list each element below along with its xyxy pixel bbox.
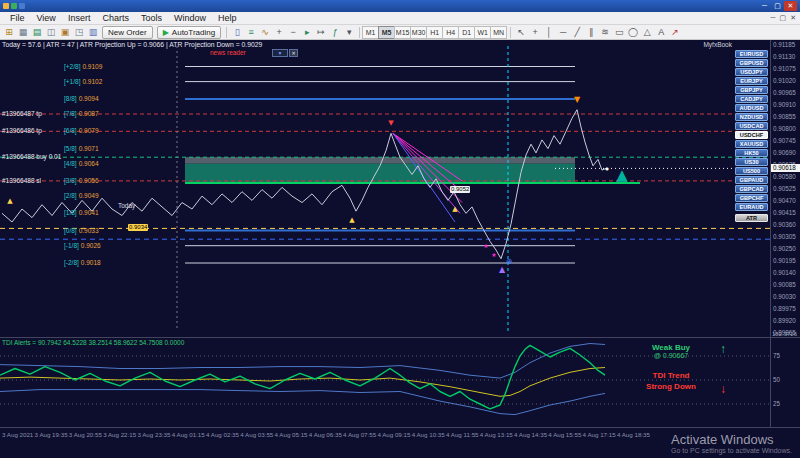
symbol-button-cadjpy[interactable]: CADJPY bbox=[735, 95, 768, 103]
tdi-indicator-panel: TDI Alerts = 90.7942 64.5228 38.2514 58.… bbox=[0, 337, 800, 427]
trendline-icon[interactable]: ╱ bbox=[570, 26, 584, 39]
bar-chart-icon[interactable]: ≡ bbox=[244, 26, 258, 39]
chart-plot[interactable]: ▲▲▲▼▼▲⊕★★●▲ Today = 57.6 | ATR = 47 | AT… bbox=[0, 40, 770, 337]
tdi-rsi-line bbox=[0, 345, 605, 408]
symbol-button-gbpcad[interactable]: GBPCAD bbox=[735, 185, 768, 193]
symbol-button-us30[interactable]: US30 bbox=[735, 158, 768, 166]
menu-window[interactable]: Window bbox=[168, 13, 212, 23]
timeframe-m15[interactable]: M15 bbox=[394, 26, 411, 39]
menu-tools[interactable]: Tools bbox=[135, 13, 168, 23]
level-tag: [6/8] bbox=[64, 127, 77, 134]
symbol-button-usdcad[interactable]: USDCAD bbox=[735, 122, 768, 130]
time-axis-label: 4 Aug 07:55 bbox=[343, 431, 376, 438]
timeframe-h1[interactable]: H1 bbox=[426, 26, 443, 39]
indicators-icon[interactable]: ƒ bbox=[328, 26, 342, 39]
price-axis-label: 0.89975 bbox=[773, 305, 800, 312]
price-axis-label: 0.90085 bbox=[773, 281, 800, 288]
rectangle-icon[interactable]: ▭ bbox=[612, 26, 626, 39]
news-close-icon[interactable]: ✕ bbox=[289, 49, 298, 57]
cursor-icon[interactable]: ↖ bbox=[514, 26, 528, 39]
tdi-base-line bbox=[0, 368, 605, 397]
data-window-icon[interactable]: ◫ bbox=[44, 26, 58, 39]
timeframe-mn[interactable]: MN bbox=[490, 26, 507, 39]
timeframe-h4[interactable]: H4 bbox=[442, 26, 459, 39]
menu-file[interactable]: File bbox=[4, 13, 31, 23]
chart-minimize-button[interactable]: ─ bbox=[771, 14, 776, 22]
price-tag: 0.9052 bbox=[450, 186, 470, 193]
window-minimize-button[interactable]: ─ bbox=[758, 1, 771, 11]
level-price: 0.9079 bbox=[79, 127, 99, 134]
symbol-button-audusd[interactable]: AUDUSD bbox=[735, 104, 768, 112]
market-watch-icon[interactable]: ▤ bbox=[30, 26, 44, 39]
tdi-plot[interactable]: TDI Alerts = 90.7942 64.5228 38.2514 58.… bbox=[0, 338, 770, 427]
timeframe-m30[interactable]: M30 bbox=[410, 26, 427, 39]
fibonacci-icon[interactable]: ≋ bbox=[598, 26, 612, 39]
time-axis[interactable]: 3 Aug 20213 Aug 19:353 Aug 20:553 Aug 22… bbox=[0, 427, 800, 458]
templates-icon[interactable]: ▾ bbox=[342, 26, 356, 39]
profiles-icon[interactable]: ▦ bbox=[16, 26, 30, 39]
arrow-tool-icon[interactable]: ↗ bbox=[668, 26, 682, 39]
time-axis-label: 4 Aug 06:35 bbox=[309, 431, 342, 438]
horizontal-line-icon[interactable]: ─ bbox=[556, 26, 570, 39]
reversal-arrow: ▲ bbox=[499, 265, 506, 274]
symbol-button-eurjpy[interactable]: EURJPY bbox=[735, 77, 768, 85]
symbol-button-usdjpy[interactable]: USDJPY bbox=[735, 68, 768, 76]
autotrading-play-icon: ▶ bbox=[163, 28, 169, 37]
new-order-button[interactable]: New Order bbox=[102, 26, 153, 39]
line-chart-icon[interactable]: ∿ bbox=[258, 26, 272, 39]
symbol-button-nzdusd[interactable]: NZDUSD bbox=[735, 113, 768, 121]
tdi-axis[interactable]: 755025 bbox=[770, 338, 800, 427]
symbol-button-xauusd[interactable]: XAUUSD bbox=[735, 140, 768, 148]
symbol-button-gbpchf[interactable]: GBPCHF bbox=[735, 194, 768, 202]
ellipse-icon[interactable]: ◯ bbox=[626, 26, 640, 39]
text-icon[interactable]: A bbox=[654, 26, 668, 39]
symbol-button-hk50[interactable]: HK50 bbox=[735, 149, 768, 157]
signal-tdi-trend: TDI Trend bbox=[638, 370, 704, 381]
symbol-button-usdchf[interactable]: USDCHF bbox=[735, 131, 768, 139]
atr-button[interactable]: ATR bbox=[735, 214, 768, 222]
menu-charts[interactable]: Charts bbox=[96, 13, 135, 23]
chart-restore-button[interactable]: ▢ bbox=[780, 14, 787, 22]
price-axis[interactable]: 0.911850.911300.910750.910200.909650.909… bbox=[770, 40, 800, 337]
symbol-button-us500[interactable]: US500 bbox=[735, 167, 768, 175]
autotrading-button[interactable]: ▶AutoTrading bbox=[157, 26, 221, 39]
candlestick-chart-icon[interactable]: ▯ bbox=[230, 26, 244, 39]
strategy-tester-icon[interactable]: ▥ bbox=[86, 26, 100, 39]
vertical-line-icon[interactable]: │ bbox=[542, 26, 556, 39]
chart-shift-icon[interactable]: ↦ bbox=[314, 26, 328, 39]
timeframe-m1[interactable]: M1 bbox=[362, 26, 379, 39]
channel-icon[interactable]: ∥ bbox=[584, 26, 598, 39]
zoom-in-icon[interactable]: + bbox=[272, 26, 286, 39]
murrey-level-label: [-2/8]0.9018 bbox=[64, 259, 101, 266]
terminal-icon[interactable]: ◳ bbox=[72, 26, 86, 39]
price-axis-label: 0.90250 bbox=[773, 245, 800, 252]
chart-close-button[interactable]: ✕ bbox=[790, 14, 796, 22]
timeframe-w1[interactable]: W1 bbox=[474, 26, 491, 39]
menu-view[interactable]: View bbox=[31, 13, 62, 23]
time-axis-label: 4 Aug 09:15 bbox=[377, 431, 410, 438]
news-dropdown-icon[interactable]: ▼ bbox=[272, 49, 288, 57]
chart-window-controls: ─ ▢ ✕ bbox=[771, 14, 796, 22]
timeframe-d1[interactable]: D1 bbox=[458, 26, 475, 39]
triangle-icon[interactable]: △ bbox=[640, 26, 654, 39]
time-axis-label: 3 Aug 20:55 bbox=[69, 431, 102, 438]
crosshair-icon[interactable]: + bbox=[528, 26, 542, 39]
time-axis-label: 4 Aug 10:35 bbox=[412, 431, 445, 438]
symbol-button-eurusd[interactable]: EURUSD bbox=[735, 50, 768, 58]
toolbar-chart-group: ▯≡∿+−▸↦ƒ▾ bbox=[230, 26, 356, 39]
current-price-dot: ● bbox=[605, 166, 609, 171]
symbol-button-gbpusd[interactable]: GBPUSD bbox=[735, 59, 768, 67]
symbol-button-euraud[interactable]: EURAUD bbox=[735, 203, 768, 211]
new-chart-icon[interactable]: ⊞ bbox=[2, 26, 16, 39]
time-axis-label: 4 Aug 13:15 bbox=[480, 431, 513, 438]
symbol-button-gbpjpy[interactable]: GBPJPY bbox=[735, 86, 768, 94]
auto-scroll-icon[interactable]: ▸ bbox=[300, 26, 314, 39]
window-maximize-button[interactable]: ▢ bbox=[771, 1, 784, 11]
symbol-button-gbpaud[interactable]: GBPAUD bbox=[735, 176, 768, 184]
menu-insert[interactable]: Insert bbox=[62, 13, 97, 23]
window-close-button[interactable]: ✕ bbox=[784, 1, 797, 11]
navigator-icon[interactable]: ▣ bbox=[58, 26, 72, 39]
zoom-out-icon[interactable]: − bbox=[286, 26, 300, 39]
menu-help[interactable]: Help bbox=[212, 13, 243, 23]
timeframe-m5[interactable]: M5 bbox=[378, 26, 395, 39]
